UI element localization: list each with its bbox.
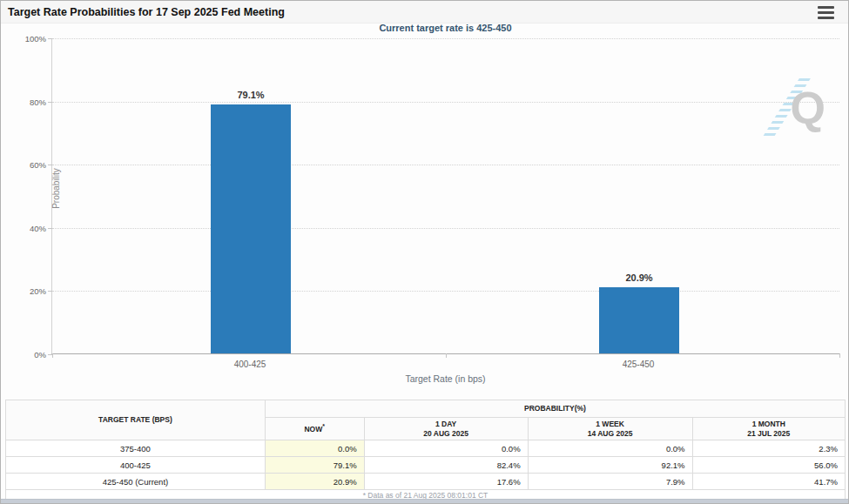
col-header-1-day: 1 DAY 20 AUG 2025 bbox=[364, 418, 528, 440]
col-group-header-probability: PROBABILITY(%) bbox=[265, 400, 845, 418]
x-axis-tick bbox=[839, 353, 840, 358]
fedwatch-tool-panel: Target Rate Probabilities for 17 Sep 202… bbox=[0, 0, 849, 504]
hamburger-menu-icon[interactable] bbox=[818, 6, 834, 19]
y-tick-label: 60% bbox=[8, 160, 46, 170]
page-title: Target Rate Probabilities for 17 Sep 202… bbox=[8, 1, 285, 24]
col-header-now: NOW* bbox=[265, 418, 364, 440]
1-month-cell: 56.0% bbox=[692, 457, 845, 474]
1-month-cell: 41.7% bbox=[692, 474, 845, 490]
y-axis-tick bbox=[48, 102, 52, 103]
gridline bbox=[52, 165, 839, 165]
chart-subtitle: Current target rate is 425-450 bbox=[51, 23, 839, 33]
col-header-line1: 1 WEEK bbox=[530, 420, 691, 429]
now-cell: 20.9% bbox=[265, 474, 364, 490]
y-axis-tick bbox=[48, 291, 52, 292]
col-header-line1: 1 DAY bbox=[367, 420, 526, 429]
x-axis-tick bbox=[52, 353, 53, 358]
col-header-line2: 21 JUL 2025 bbox=[695, 429, 843, 439]
now-cell: 79.1% bbox=[265, 457, 364, 474]
y-tick-label: 100% bbox=[8, 34, 46, 44]
col-header-line1: 1 MONTH bbox=[695, 420, 843, 429]
table-row-375-400: 375-400 0.0% 0.0% 0.0% 2.3% bbox=[6, 440, 846, 457]
hamburger-line bbox=[818, 17, 834, 19]
1-day-cell: 82.4% bbox=[364, 457, 528, 474]
rate-cell: 425-450 (Current) bbox=[6, 474, 266, 490]
rate-cell: 375-400 bbox=[6, 440, 266, 457]
header-bar: Target Rate Probabilities for 17 Sep 202… bbox=[1, 1, 848, 24]
plot-area: Probability 79.1% 20.9% Q bbox=[51, 38, 839, 354]
y-axis-title: Probability bbox=[51, 137, 61, 241]
now-label: NOW bbox=[304, 425, 322, 433]
y-axis-tick bbox=[48, 228, 52, 229]
1-week-cell: 7.9% bbox=[528, 474, 692, 490]
probability-bar-400-425[interactable] bbox=[211, 104, 291, 353]
hamburger-line bbox=[818, 11, 834, 14]
x-category-label: 425-450 bbox=[586, 360, 691, 369]
probability-table: TARGET RATE (BPS) PROBABILITY(%) NOW* 1 … bbox=[5, 400, 846, 502]
bar-value-label: 20.9% bbox=[625, 272, 652, 283]
table-row-425-450-current: 425-450 (Current) 20.9% 17.6% 7.9% 41.7% bbox=[6, 474, 846, 490]
y-tick-label: 0% bbox=[8, 350, 46, 360]
col-header-1-month: 1 MONTH 21 JUL 2025 bbox=[692, 418, 845, 440]
col-header-1-week: 1 WEEK 14 AUG 2025 bbox=[528, 418, 692, 440]
hamburger-line bbox=[818, 6, 834, 9]
bar-column-400-425: 79.1% bbox=[211, 38, 291, 353]
y-axis-tick bbox=[48, 165, 52, 165]
bar-column-425-450: 20.9% bbox=[599, 38, 679, 353]
1-month-cell: 2.3% bbox=[692, 440, 845, 457]
bar-value-label: 79.1% bbox=[237, 90, 264, 100]
rate-cell: 400-425 bbox=[6, 457, 266, 474]
gridline bbox=[52, 228, 839, 229]
gridline bbox=[52, 38, 839, 39]
col-header-line2: 20 AUG 2025 bbox=[367, 429, 526, 439]
gridline bbox=[52, 291, 839, 292]
y-axis-tick bbox=[48, 38, 52, 39]
probability-bar-425-450[interactable] bbox=[599, 287, 679, 353]
gridline bbox=[52, 102, 839, 103]
y-tick-label: 80% bbox=[8, 97, 46, 107]
bottom-accent-bar bbox=[1, 499, 848, 503]
now-footnote-marker: * bbox=[322, 423, 325, 429]
x-axis-tick bbox=[446, 353, 447, 358]
1-week-cell: 0.0% bbox=[528, 440, 692, 457]
y-tick-label: 20% bbox=[8, 286, 46, 296]
now-cell: 0.0% bbox=[265, 440, 364, 457]
quikstrike-watermark: Q bbox=[766, 80, 827, 138]
1-day-cell: 17.6% bbox=[364, 474, 528, 490]
y-tick-label: 40% bbox=[8, 224, 46, 233]
table-row-400-425: 400-425 79.1% 82.4% 92.1% 56.0% bbox=[6, 457, 846, 474]
1-week-cell: 92.1% bbox=[528, 457, 692, 474]
1-day-cell: 0.0% bbox=[364, 440, 528, 457]
x-axis-title: Target Rate (in bps) bbox=[51, 373, 839, 384]
col-header-line2: 14 AUG 2025 bbox=[530, 429, 691, 439]
x-category-label: 400-425 bbox=[198, 360, 302, 369]
col-header-target-rate: TARGET RATE (BPS) bbox=[6, 400, 266, 440]
watermark-q-letter: Q bbox=[791, 82, 825, 134]
